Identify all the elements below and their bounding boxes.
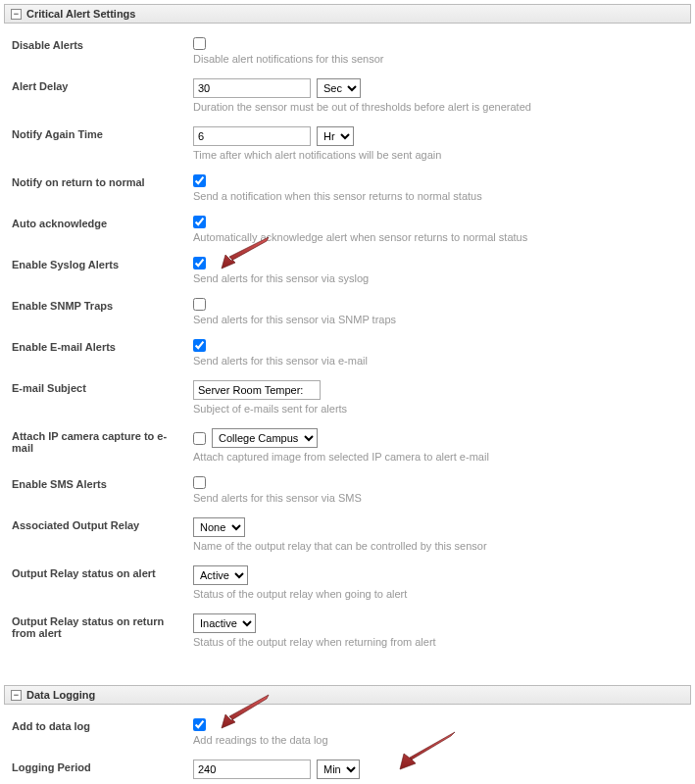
- enable-snmp-checkbox[interactable]: [193, 298, 206, 311]
- collapse-icon[interactable]: −: [11, 9, 22, 20]
- disable-alerts-checkbox[interactable]: [193, 37, 206, 50]
- alert-delay-input[interactable]: [193, 78, 311, 98]
- notify-return-label: Notify on return to normal: [12, 174, 193, 188]
- alert-delay-help: Duration the sensor must be out of thres…: [193, 101, 683, 113]
- enable-sms-label: Enable SMS Alerts: [12, 476, 193, 490]
- assoc-relay-select[interactable]: None: [193, 517, 245, 537]
- enable-syslog-help: Send alerts for this sensor via syslog: [193, 272, 683, 284]
- auto-ack-checkbox[interactable]: [193, 216, 206, 228]
- enable-snmp-label: Enable SNMP Traps: [12, 298, 193, 312]
- section-logging-title: Data Logging: [26, 689, 95, 701]
- disable-alerts-help: Disable alert notifications for this sen…: [193, 53, 683, 65]
- email-subject-label: E-mail Subject: [12, 380, 193, 394]
- notify-again-help: Time after which alert notifications wil…: [193, 149, 683, 161]
- alert-delay-unit[interactable]: Sec: [317, 78, 361, 98]
- notify-return-help: Send a notification when this sensor ret…: [193, 190, 683, 202]
- notify-again-label: Notify Again Time: [12, 126, 193, 140]
- relay-return-select[interactable]: Inactive: [193, 613, 256, 633]
- assoc-relay-label: Associated Output Relay: [12, 517, 193, 531]
- notify-again-unit[interactable]: Hr: [317, 126, 354, 146]
- notify-again-input[interactable]: [193, 126, 311, 146]
- log-period-label: Logging Period: [12, 760, 193, 773]
- section-logging-header: − Data Logging: [4, 685, 691, 705]
- relay-return-label: Output Relay status on return from alert: [12, 613, 193, 639]
- collapse-icon[interactable]: −: [11, 690, 22, 701]
- enable-email-help: Send alerts for this sensor via e-mail: [193, 355, 683, 367]
- relay-return-help: Status of the output relay when returnin…: [193, 636, 683, 648]
- enable-email-label: Enable E-mail Alerts: [12, 339, 193, 353]
- enable-syslog-label: Enable Syslog Alerts: [12, 257, 193, 270]
- relay-alert-label: Output Relay status on alert: [12, 565, 193, 579]
- log-period-input[interactable]: [193, 760, 311, 779]
- assoc-relay-help: Name of the output relay that can be con…: [193, 540, 683, 552]
- disable-alerts-label: Disable Alerts: [12, 37, 193, 51]
- section-critical-header: − Critical Alert Settings: [4, 4, 691, 24]
- enable-sms-checkbox[interactable]: [193, 476, 206, 489]
- email-subject-input[interactable]: [193, 380, 321, 400]
- add-log-checkbox[interactable]: [193, 718, 206, 731]
- enable-syslog-checkbox[interactable]: [193, 257, 206, 270]
- add-log-help: Add readings to the data log: [193, 734, 683, 746]
- auto-ack-help: Automatically acknowledge alert when sen…: [193, 231, 683, 243]
- add-log-label: Add to data log: [12, 718, 193, 732]
- attach-ip-label: Attach IP camera capture to e-mail: [12, 428, 193, 454]
- section-critical-title: Critical Alert Settings: [26, 8, 135, 20]
- notify-return-checkbox[interactable]: [193, 174, 206, 187]
- email-subject-help: Subject of e-mails sent for alerts: [193, 403, 683, 415]
- log-period-unit[interactable]: Min: [317, 760, 360, 779]
- auto-ack-label: Auto acknowledge: [12, 216, 193, 229]
- enable-sms-help: Send alerts for this sensor via SMS: [193, 492, 683, 504]
- relay-alert-select[interactable]: Active: [193, 565, 248, 585]
- attach-ip-checkbox[interactable]: [193, 432, 206, 445]
- attach-ip-select[interactable]: College Campus: [212, 428, 318, 448]
- attach-ip-help: Attach captured image from selected IP c…: [193, 451, 683, 463]
- enable-snmp-help: Send alerts for this sensor via SNMP tra…: [193, 314, 683, 325]
- enable-email-checkbox[interactable]: [193, 339, 206, 352]
- relay-alert-help: Status of the output relay when going to…: [193, 588, 683, 600]
- alert-delay-label: Alert Delay: [12, 78, 193, 92]
